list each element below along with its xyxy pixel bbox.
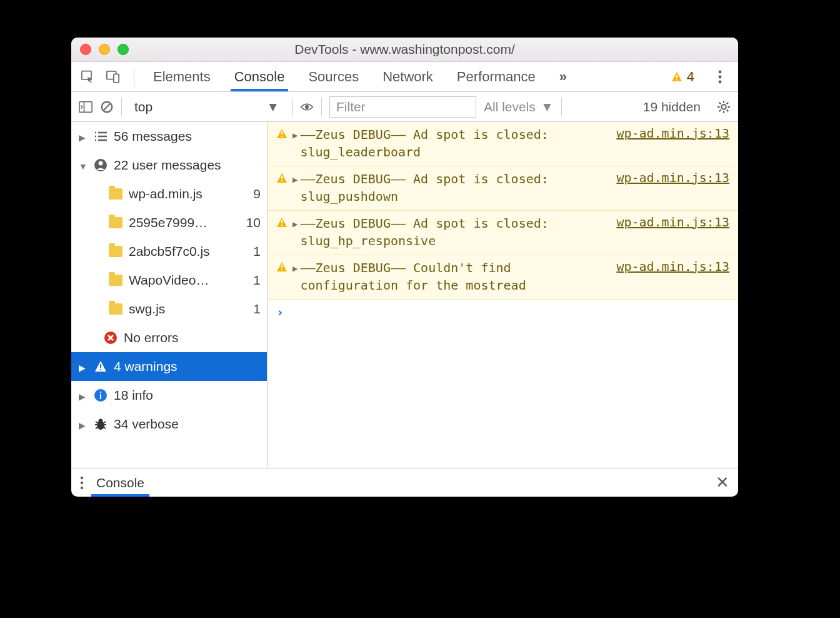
message-text: ––Zeus DEBUG–– Ad spot is closed: slug_p…: [300, 170, 608, 205]
svg-rect-4: [676, 79, 678, 80]
sidebar-warnings[interactable]: 4 warnings: [71, 352, 267, 381]
svg-line-42: [96, 427, 98, 428]
svg-rect-8: [79, 101, 92, 112]
console-settings-icon[interactable]: [717, 100, 731, 114]
console-message[interactable]: ▶ ––Zeus DEBUG–– Ad spot is closed: slug…: [268, 122, 738, 166]
svg-rect-50: [281, 265, 282, 268]
divider: [121, 98, 122, 116]
tab-sources[interactable]: Sources: [307, 63, 360, 91]
warning-icon: [276, 173, 288, 184]
sidebar-info[interactable]: 18 info: [71, 381, 267, 410]
tab-elements[interactable]: Elements: [152, 63, 212, 91]
tab-performance[interactable]: Performance: [456, 63, 537, 91]
filter-input[interactable]: [329, 96, 476, 118]
issues-warning-badge[interactable]: 4: [671, 69, 694, 85]
log-levels-label: All levels: [484, 99, 536, 114]
chevron-right-icon: [79, 417, 88, 432]
tab-network[interactable]: Network: [381, 63, 434, 91]
chevron-right-icon: ▶: [292, 130, 298, 140]
sidebar-item-label: wp-ad.min.js: [129, 186, 202, 201]
svg-rect-46: [281, 176, 282, 179]
message-source-link[interactable]: wp-ad.min.js:13: [616, 215, 729, 230]
inspect-element-icon[interactable]: [81, 70, 95, 84]
context-selector[interactable]: top ▼: [129, 96, 284, 118]
sidebar-errors[interactable]: No errors: [71, 323, 267, 352]
settings-menu-button[interactable]: [712, 67, 728, 87]
sidebar-file-item[interactable]: wp-ad.min.js 9: [71, 180, 267, 208]
svg-line-43: [104, 427, 106, 428]
drawer: Console ✕: [71, 468, 738, 497]
warning-icon: [276, 128, 288, 139]
message-source-link[interactable]: wp-ad.min.js:13: [616, 170, 729, 185]
device-toolbar-icon[interactable]: [106, 70, 120, 84]
svg-line-18: [719, 102, 721, 104]
svg-line-40: [96, 422, 98, 423]
error-icon: [104, 331, 118, 345]
tabs-overflow-button[interactable]: »: [558, 63, 568, 91]
sidebar-file-item[interactable]: 2595e7999… 10: [71, 208, 267, 237]
sidebar-item-count: 1: [253, 244, 261, 259]
sidebar-file-item[interactable]: 2abcb5f7c0.js 1: [71, 237, 267, 266]
sidebar-item-count: 9: [253, 186, 261, 201]
live-expression-icon[interactable]: [300, 100, 314, 114]
sidebar-user-messages[interactable]: 22 user messages: [71, 151, 267, 180]
warning-icon: [94, 360, 108, 373]
message-source-link[interactable]: wp-ad.min.js:13: [616, 126, 729, 141]
folder-icon: [109, 275, 122, 286]
minimize-window-button[interactable]: [99, 44, 110, 55]
sidebar-item-label: No errors: [124, 330, 179, 345]
sidebar-verbose[interactable]: 34 verbose: [71, 410, 267, 438]
toggle-sidebar-icon[interactable]: [79, 100, 92, 114]
sidebar-file-item[interactable]: swg.js 1: [71, 295, 267, 323]
chevron-right-icon: ▶: [292, 219, 298, 229]
info-icon: [94, 388, 108, 402]
log-levels-dropdown[interactable]: All levels ▼: [484, 99, 554, 114]
svg-line-19: [727, 109, 729, 111]
sidebar-item-label: 22 user messages: [114, 158, 221, 173]
svg-rect-34: [100, 394, 101, 399]
svg-rect-2: [114, 74, 119, 83]
folder-icon: [109, 217, 122, 228]
zoom-window-button[interactable]: [118, 44, 129, 55]
message-text: ––Zeus DEBUG–– Couldn't find configurati…: [300, 259, 608, 294]
chevron-right-icon: [79, 359, 88, 374]
tab-console[interactable]: Console: [233, 63, 286, 91]
console-sidebar: 56 messages 22 user messages wp-ad.min.j…: [71, 122, 268, 468]
clear-console-icon[interactable]: [100, 100, 114, 114]
divider: [561, 98, 562, 116]
sidebar-item-label: 18 info: [114, 388, 153, 403]
svg-point-7: [719, 80, 722, 83]
divider: [292, 98, 292, 116]
sidebar-messages-total[interactable]: 56 messages: [71, 122, 267, 151]
divider: [134, 68, 134, 86]
close-window-button[interactable]: [80, 44, 91, 55]
folder-icon: [109, 303, 122, 315]
drawer-menu-button[interactable]: [80, 476, 84, 490]
svg-point-52: [81, 476, 83, 479]
sidebar-item-label: WapoVideo…: [129, 273, 209, 288]
bug-icon: [94, 417, 108, 431]
chevron-right-icon: ▶: [292, 263, 298, 273]
warning-icon: [671, 71, 683, 83]
sidebar-item-count: 10: [246, 215, 261, 230]
drawer-close-button[interactable]: ✕: [716, 473, 729, 492]
drawer-tab-console[interactable]: Console: [94, 470, 147, 496]
svg-line-21: [727, 102, 729, 104]
console-message[interactable]: ▶ ––Zeus DEBUG–– Couldn't find configura…: [268, 255, 738, 300]
chevron-right-icon: [79, 388, 88, 403]
svg-line-11: [104, 103, 111, 110]
hidden-messages-count[interactable]: 19 hidden: [643, 99, 701, 114]
chevron-down-icon: [79, 158, 88, 173]
message-source-link[interactable]: wp-ad.min.js:13: [616, 259, 729, 274]
svg-rect-48: [281, 220, 282, 223]
sidebar-file-item[interactable]: WapoVideo… 1: [71, 266, 267, 295]
console-prompt[interactable]: ›: [268, 300, 738, 325]
dropdown-icon: ▼: [541, 99, 554, 114]
console-message[interactable]: ▶ ––Zeus DEBUG–– Ad spot is closed: slug…: [268, 211, 738, 255]
svg-rect-49: [281, 225, 282, 226]
folder-icon: [109, 246, 122, 257]
folder-icon: [109, 188, 122, 200]
panel-tabs: Elements Console Sources Network Perform…: [152, 63, 568, 91]
svg-rect-32: [100, 369, 101, 370]
console-message[interactable]: ▶ ––Zeus DEBUG–– Ad spot is closed: slug…: [268, 166, 738, 211]
